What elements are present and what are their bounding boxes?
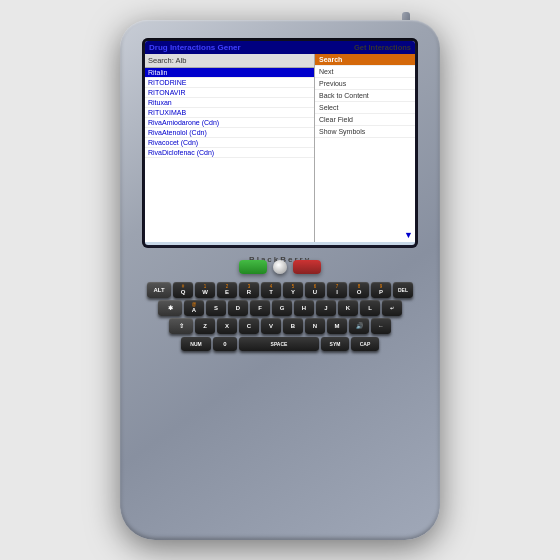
search-bar[interactable]: Search: Alb [145,54,314,68]
key-vol-label: 🔊 [356,323,363,329]
list-item[interactable]: Rituxan [145,98,314,108]
menu-item[interactable]: Clear Field [315,114,415,126]
key-vol[interactable]: 🔊 [349,318,369,334]
key-sym-label: SYM [330,342,341,347]
key-k[interactable]: K [338,300,358,316]
key-del[interactable]: DEL [393,282,413,298]
screen-bezel: Drug Interactions Gener Get Interactions… [142,38,418,248]
key-n[interactable]: N [305,318,325,334]
key-h-main: H [302,305,306,311]
key-f-main: F [258,305,262,311]
key-f[interactable]: F [250,300,270,316]
key-back-label: ← [378,323,384,329]
key-a[interactable]: @A [184,300,204,316]
list-item[interactable]: RITODRINE [145,78,314,88]
list-item[interactable]: Rivacocet (Cdn) [145,138,314,148]
key-back[interactable]: ← [371,318,391,334]
key-m[interactable]: M [327,318,347,334]
key-zero-label: 0 [223,341,226,347]
key-x-main: X [225,323,229,329]
key-t[interactable]: 4T [261,282,281,298]
key-star-label: ✱ [168,305,173,311]
key-m-main: M [335,323,340,329]
key-row-2: ✱ @A S D F G H J K L ↵ [134,300,426,316]
key-s[interactable]: S [206,300,226,316]
device-body: Drug Interactions Gener Get Interactions… [120,20,440,540]
key-row-3: ⇧ Z X C V B N M 🔊 ← [134,318,426,334]
key-t-main: T [269,289,273,295]
key-zero[interactable]: 0 [213,337,237,351]
key-del-label: DEL [398,288,408,293]
end-button[interactable] [293,260,321,274]
menu-item[interactable]: Previous [315,78,415,90]
key-row-1: ALT #Q 1W 2E 3R 4T 5Y 6U 7I 8O 9P DEL [134,282,426,298]
key-w[interactable]: 1W [195,282,215,298]
key-c[interactable]: C [239,318,259,334]
list-item[interactable]: RivaAtenolol (Cdn) [145,128,314,138]
list-item[interactable]: RITUXIMAB [145,108,314,118]
list-item[interactable]: RITONAVIR [145,88,314,98]
key-sym[interactable]: SYM [321,337,349,351]
key-g-main: G [280,305,285,311]
key-enter[interactable]: ↵ [382,300,402,316]
list-item[interactable]: RivaAmiodarone (Cdn) [145,118,314,128]
key-i[interactable]: 7I [327,282,347,298]
key-c-main: C [247,323,251,329]
key-x[interactable]: X [217,318,237,334]
key-shift[interactable]: ⇧ [169,318,193,334]
key-r[interactable]: 3R [239,282,259,298]
key-a-main: A [192,307,196,313]
key-star[interactable]: ✱ [158,300,182,316]
key-e[interactable]: 2E [217,282,237,298]
key-b[interactable]: B [283,318,303,334]
list-item[interactable]: RivaDiclofenac (Cdn) [145,148,314,158]
key-r-main: R [247,289,251,295]
screen-header: Drug Interactions Gener Get Interactions [145,41,415,54]
key-e-main: E [225,289,229,295]
header-action: Get Interactions [354,43,411,52]
menu-item[interactable]: Search [315,54,415,66]
key-j[interactable]: J [316,300,336,316]
key-row-bottom: NUM 0 SPACE SYM CAP [134,337,426,351]
key-o[interactable]: 8O [349,282,369,298]
context-menu: SearchNextPreviousBack to ContentSelectC… [315,54,415,138]
key-space[interactable]: SPACE [239,337,319,351]
menu-item[interactable]: Next [315,66,415,78]
key-l[interactable]: L [360,300,380,316]
key-num[interactable]: NUM [181,337,211,351]
menu-item[interactable]: Back to Content [315,90,415,102]
key-u[interactable]: 6U [305,282,325,298]
menu-item[interactable]: Show Symbols [315,126,415,138]
key-enter-label: ↵ [390,306,394,311]
key-h[interactable]: H [294,300,314,316]
key-d[interactable]: D [228,300,248,316]
key-n-main: N [313,323,317,329]
key-g[interactable]: G [272,300,292,316]
key-q-main: Q [181,289,186,295]
trackball[interactable] [273,260,287,274]
key-p[interactable]: 9P [371,282,391,298]
key-s-main: S [214,305,218,311]
blackberry-device: Drug Interactions Gener Get Interactions… [120,20,440,540]
key-y-main: Y [291,289,295,295]
key-w-main: W [202,289,208,295]
key-d-main: D [236,305,240,311]
key-k-main: K [346,305,350,311]
nav-area [239,260,321,274]
key-cap[interactable]: CAP [351,337,379,351]
key-cap-label: CAP [360,342,371,347]
key-z[interactable]: Z [195,318,215,334]
key-y[interactable]: 5Y [283,282,303,298]
screen: Drug Interactions Gener Get Interactions… [145,41,415,245]
menu-item[interactable]: Select [315,102,415,114]
key-alt[interactable]: ALT [147,282,171,298]
key-v[interactable]: V [261,318,281,334]
key-num-label: NUM [190,342,201,347]
app-title: Drug Interactions Gener [149,43,241,52]
screen-body: Search: Alb RitalinRITODRINERITONAVIRRit… [145,54,415,242]
call-button[interactable] [239,260,267,274]
list-item[interactable]: Ritalin [145,68,314,78]
key-q[interactable]: #Q [173,282,193,298]
scroll-down-icon: ▼ [404,230,413,240]
key-b-main: B [291,323,295,329]
